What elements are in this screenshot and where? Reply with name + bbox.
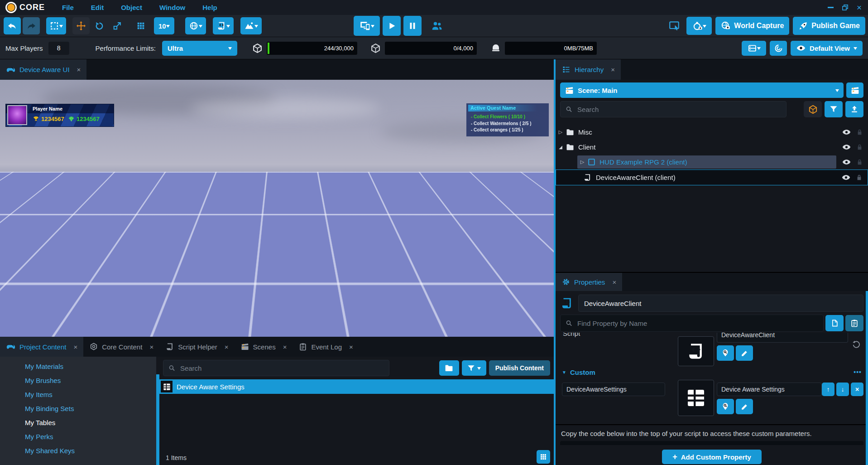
max-players-field[interactable]: 8 bbox=[48, 42, 69, 55]
custom-section-header[interactable]: ▼ Custom ••• bbox=[556, 366, 868, 378]
ability-slot-4[interactable]: 0.54 bbox=[296, 327, 317, 337]
world-capture-button[interactable]: World Capture bbox=[715, 17, 789, 35]
close-icon[interactable]: × bbox=[149, 343, 153, 351]
reset-icon[interactable] bbox=[852, 340, 861, 349]
publish-game-button[interactable]: Publish Game bbox=[793, 17, 865, 35]
custom-asset-thumbnail[interactable] bbox=[678, 380, 714, 416]
tab-event-log[interactable]: Event Log × bbox=[293, 337, 359, 357]
move-down-button[interactable]: ↓ bbox=[836, 383, 849, 396]
scale-tool-button[interactable] bbox=[109, 17, 126, 34]
tab-hierarchy[interactable]: Hierarchy × bbox=[556, 59, 621, 80]
menu-object[interactable]: Object bbox=[121, 4, 142, 11]
menu-help[interactable]: Help bbox=[202, 4, 217, 11]
ability-slot-2[interactable]: 0.52 bbox=[235, 327, 257, 337]
ability-slot-1[interactable]: 0.51 bbox=[205, 327, 226, 337]
ability-slot-3[interactable]: 0.53 bbox=[265, 327, 287, 337]
minimize-icon[interactable] bbox=[828, 7, 834, 8]
lock-icon[interactable] bbox=[856, 158, 863, 166]
rotate-tool-button[interactable] bbox=[91, 17, 108, 34]
content-filter-dropdown[interactable] bbox=[462, 360, 486, 376]
close-icon[interactable]: × bbox=[349, 343, 353, 351]
default-view-dropdown[interactable]: Default View bbox=[791, 41, 863, 56]
sidebar-item-my-materials[interactable]: My Materials bbox=[0, 359, 156, 373]
template-filter-button[interactable] bbox=[804, 101, 822, 117]
sidebar-item-my-shared-keys[interactable]: My Shared Keys bbox=[0, 444, 156, 458]
grid-step-dropdown[interactable]: 10 bbox=[154, 17, 174, 34]
stats-button[interactable]: STATS bbox=[526, 327, 548, 337]
copy-properties-button[interactable] bbox=[825, 315, 844, 331]
eye-icon[interactable] bbox=[842, 157, 851, 167]
move-up-button[interactable]: ↑ bbox=[822, 383, 834, 396]
grid-view-toggle[interactable] bbox=[537, 450, 550, 464]
sidebar-item-my-perks[interactable]: My Perks bbox=[0, 430, 156, 444]
world-settings-dropdown[interactable] bbox=[185, 17, 206, 34]
screen-capture-icon[interactable] bbox=[668, 20, 680, 32]
property-search[interactable] bbox=[560, 315, 824, 332]
local-server-dropdown[interactable] bbox=[742, 41, 766, 56]
tree-row-deviceawareclient[interactable]: DeviceAwareClient (client) bbox=[556, 170, 868, 185]
properties-scrollbar[interactable] bbox=[866, 291, 868, 465]
journal-button[interactable]: JOURNAL bbox=[503, 327, 525, 337]
multiplayer-preview-icon[interactable] bbox=[431, 19, 443, 32]
close-icon[interactable]: × bbox=[225, 343, 229, 351]
tab-project-content[interactable]: Project Content × bbox=[0, 337, 83, 357]
close-icon[interactable]: × bbox=[611, 66, 615, 73]
device-preview-dropdown[interactable] bbox=[354, 16, 380, 36]
script-asset-thumbnail[interactable] bbox=[678, 336, 714, 366]
help-button[interactable] bbox=[770, 41, 787, 56]
eye-icon[interactable] bbox=[842, 142, 851, 152]
inventory-button[interactable]: 3 INVENTORY bbox=[434, 327, 456, 337]
tree-row-misc[interactable]: ▷ Misc bbox=[556, 125, 868, 140]
close-icon[interactable]: × bbox=[283, 343, 287, 351]
paste-properties-button[interactable] bbox=[845, 315, 863, 331]
pause-button[interactable] bbox=[403, 16, 422, 36]
delete-property-button[interactable]: × bbox=[851, 383, 863, 396]
restore-icon[interactable] bbox=[842, 4, 849, 11]
capture-timer-dropdown[interactable] bbox=[686, 17, 712, 35]
expander-icon[interactable]: ◢ bbox=[556, 145, 566, 150]
add-custom-property-button[interactable]: + Add Custom Property bbox=[662, 450, 762, 464]
find-asset-button[interactable] bbox=[717, 345, 734, 361]
eye-icon[interactable] bbox=[842, 127, 851, 137]
edit-script-button[interactable] bbox=[736, 345, 753, 361]
terrain-dropdown[interactable] bbox=[240, 17, 262, 34]
sidebar-item-my-binding-sets[interactable]: My Binding Sets bbox=[0, 402, 156, 416]
scene-dropdown[interactable]: Scene: Main bbox=[560, 82, 844, 98]
menu-window[interactable]: Window bbox=[159, 4, 185, 11]
grid-snap-button[interactable] bbox=[132, 17, 149, 34]
hierarchy-search-input[interactable] bbox=[576, 105, 782, 114]
object-name-field[interactable] bbox=[578, 295, 863, 312]
lock-icon[interactable] bbox=[855, 174, 863, 181]
edit-asset-button[interactable] bbox=[736, 399, 753, 414]
performance-limits-dropdown[interactable]: Ultra bbox=[162, 41, 237, 56]
tab-core-content[interactable]: Core Content × bbox=[83, 337, 159, 357]
property-search-input[interactable] bbox=[576, 319, 819, 328]
tab-scenes[interactable]: Scenes × bbox=[235, 337, 293, 357]
play-button[interactable] bbox=[383, 16, 401, 36]
tab-device-aware-ui[interactable]: Device Aware UI × bbox=[0, 59, 86, 80]
move-tool-button[interactable] bbox=[72, 17, 90, 34]
lock-icon[interactable] bbox=[856, 143, 863, 151]
custom-asset-field[interactable]: Device Aware Settings bbox=[717, 383, 822, 396]
script-value-field[interactable]: DeviceAwareClient bbox=[717, 333, 848, 343]
content-item-row[interactable]: Device Aware Settings bbox=[159, 379, 554, 394]
tab-script-helper[interactable]: Script Helper × bbox=[159, 337, 234, 357]
content-search[interactable] bbox=[163, 360, 389, 376]
scene-manager-button[interactable] bbox=[846, 82, 863, 98]
map-button[interactable]: MAP bbox=[480, 327, 502, 337]
menu-file[interactable]: File bbox=[62, 4, 74, 11]
tree-row-hud-example[interactable]: ▷ HUD Example RPG 2 (client) bbox=[556, 155, 868, 170]
close-icon[interactable]: × bbox=[612, 278, 616, 286]
filter-button[interactable] bbox=[825, 101, 843, 117]
ability-slot-5[interactable]: 0.55 bbox=[326, 327, 348, 337]
viewport-canvas[interactable]: Player Name 1234567 1234567 Active Quest… bbox=[0, 80, 554, 337]
shop-button[interactable]: SHOP bbox=[457, 327, 479, 337]
selection-mode-dropdown[interactable] bbox=[46, 17, 66, 34]
eye-icon[interactable] bbox=[841, 173, 851, 182]
sidebar-scrollbar[interactable] bbox=[156, 374, 159, 465]
custom-property-name-field[interactable]: DeviceAwareSettings bbox=[562, 383, 665, 396]
sidebar-item-my-tables[interactable]: My Tables bbox=[0, 416, 156, 430]
close-icon[interactable]: × bbox=[857, 5, 862, 11]
close-icon[interactable]: × bbox=[77, 66, 81, 73]
tab-properties[interactable]: Properties × bbox=[556, 273, 622, 291]
